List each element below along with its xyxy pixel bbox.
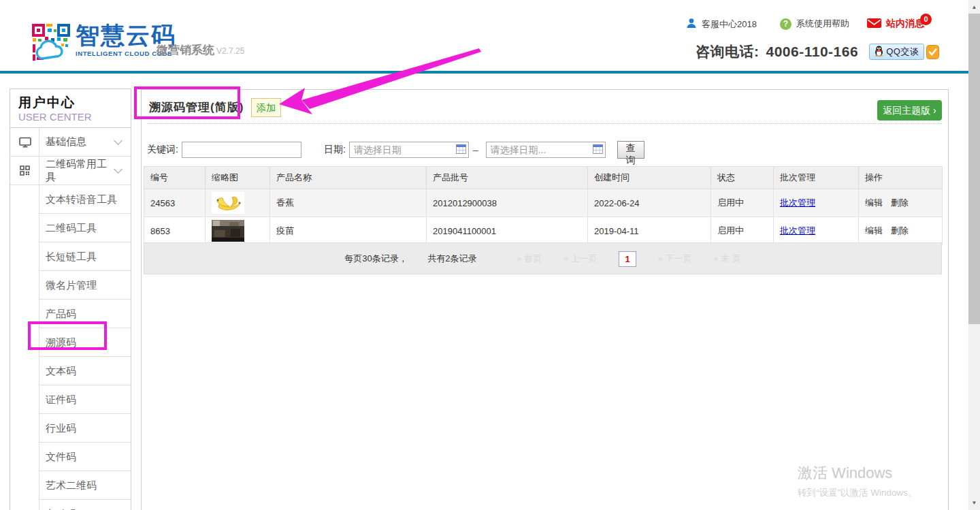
windows-activation-watermark: 激活 Windows 转到“设置”以激活 Windows。 bbox=[798, 463, 917, 499]
table-row: 8653 bbox=[144, 217, 943, 245]
keyword-label: 关键词: bbox=[147, 144, 178, 156]
scroll-down-icon[interactable]: ▼ bbox=[968, 497, 980, 509]
sidebar-title-en: USER CENTER bbox=[18, 110, 131, 123]
app-window: 智慧云码 INTELLIGENT CLOUD CODE 微营销系统 V2.7.2… bbox=[0, 0, 980, 510]
chevron-down-icon bbox=[114, 136, 122, 145]
edit-link[interactable]: 编辑 bbox=[865, 225, 883, 236]
delete-link[interactable]: 删除 bbox=[891, 225, 909, 236]
cell-id: 24563 bbox=[144, 189, 206, 217]
date-to-field bbox=[486, 142, 606, 158]
version-label: V2.7.25 bbox=[216, 46, 244, 56]
per-page-label: 每页30条记录， bbox=[344, 253, 407, 264]
col-header-status: 状态 bbox=[711, 167, 774, 189]
sidebar-item-micro-card[interactable]: 微名片管理 bbox=[39, 271, 131, 300]
sidebar-item-text-to-speech[interactable]: 文本转语音工具 bbox=[39, 185, 131, 214]
warehouse-photo bbox=[212, 220, 244, 242]
col-header-id: 编号 bbox=[144, 167, 206, 189]
sidebar-item-certificate-code[interactable]: 证件码 bbox=[39, 385, 131, 414]
header: 智慧云码 INTELLIGENT CLOUD CODE 微营销系统 V2.7.2… bbox=[0, 0, 968, 71]
sidebar: 用户中心 USER CENTER 基础信息 bbox=[10, 89, 131, 510]
sidebar-item-car-sticker-code[interactable]: 车贴码 bbox=[39, 500, 131, 510]
qq-chat-button[interactable]: QQ交谈 bbox=[869, 44, 924, 60]
sidebar-item-file-code[interactable]: 文件码 bbox=[39, 443, 131, 471]
sidebar-item-product-code[interactable]: 产品码 bbox=[39, 300, 131, 328]
batch-manage-link[interactable]: 批次管理 bbox=[780, 197, 815, 208]
sidebar-divider bbox=[39, 128, 39, 510]
phone-number: 4006-110-166 bbox=[766, 44, 859, 60]
scroll-up-icon[interactable]: ▲ bbox=[968, 1, 980, 13]
cell-thumbnail bbox=[206, 189, 270, 217]
shield-check-icon bbox=[926, 45, 939, 59]
search-button[interactable]: 查询 bbox=[617, 141, 644, 159]
trace-code-table: 编号 缩略图 产品名称 产品批号 创建时间 状态 批次管理 操作 24563 bbox=[144, 166, 943, 245]
qq-verified-button[interactable] bbox=[926, 45, 939, 59]
main-panel: 溯源码管理(简版) 添加 返回主题版 › 关键词: 日期: – bbox=[141, 89, 949, 510]
sidebar-group-label: 二维码常用工具 bbox=[39, 158, 115, 184]
site-messages-link[interactable]: 站内消息 bbox=[867, 18, 924, 30]
calendar-icon[interactable] bbox=[456, 144, 466, 156]
phone-label: 咨询电话: bbox=[696, 42, 760, 61]
col-header-created: 创建时间 bbox=[588, 167, 711, 189]
keyword-input[interactable] bbox=[182, 142, 301, 158]
current-page-number[interactable]: 1 bbox=[619, 251, 636, 267]
total-records-label: 共有2条记录 bbox=[427, 253, 476, 264]
filter-bar: 关键词: 日期: – bbox=[147, 140, 644, 159]
date-label: 日期: bbox=[324, 144, 346, 156]
cell-batch-no: 2019041100001 bbox=[427, 217, 588, 245]
system-help-link[interactable]: ? 系统使用帮助 bbox=[780, 18, 849, 30]
monitor-icon bbox=[10, 137, 39, 148]
date-to-input[interactable] bbox=[486, 142, 606, 158]
service-center-link[interactable]: 客服中心2018 bbox=[686, 18, 757, 31]
date-from-field bbox=[349, 142, 469, 158]
date-range-separator: – bbox=[473, 144, 478, 155]
scrollbar-thumb[interactable] bbox=[968, 14, 980, 324]
sidebar-item-art-qrcode[interactable]: 艺术二维码 bbox=[39, 471, 131, 500]
sidebar-title: 用户中心 USER CENTER bbox=[10, 89, 131, 128]
calendar-icon[interactable] bbox=[593, 144, 603, 156]
help-icon: ? bbox=[780, 18, 791, 30]
col-header-batch-manage: 批次管理 bbox=[774, 167, 859, 189]
sidebar-item-text-code[interactable]: 文本码 bbox=[39, 357, 131, 385]
cell-batch-no: 2012012900038 bbox=[427, 189, 588, 217]
banana-photo bbox=[212, 192, 244, 214]
phone-row: 咨询电话: 4006-110-166 bbox=[696, 42, 939, 61]
sidebar-item-basic-info[interactable]: 基础信息 bbox=[10, 128, 131, 157]
cell-created: 2022-06-24 bbox=[588, 189, 711, 217]
date-from-input[interactable] bbox=[349, 142, 469, 158]
pagination-bar: 每页30条记录， 共有2条记录 » 首页 » 上一页 1 » 下一页 » 末 页 bbox=[144, 242, 942, 274]
cell-product-name: 疫苗 bbox=[270, 217, 427, 245]
delete-link[interactable]: 删除 bbox=[891, 197, 909, 208]
brand-qrcode-cloud-icon bbox=[31, 23, 71, 65]
back-to-theme-button[interactable]: 返回主题版 › bbox=[877, 100, 942, 121]
sidebar-item-qrcode-tool[interactable]: 二维码工具 bbox=[39, 214, 131, 242]
cell-id: 8653 bbox=[144, 217, 206, 245]
chevron-down-icon bbox=[114, 165, 122, 174]
sidebar-item-industry-code[interactable]: 行业码 bbox=[39, 414, 131, 443]
col-header-thumbnail: 缩略图 bbox=[206, 167, 270, 189]
prev-page-link[interactable]: » 上一页 bbox=[564, 253, 598, 264]
add-button[interactable]: 添加 bbox=[251, 98, 281, 117]
service-center-label: 客服中心2018 bbox=[702, 18, 757, 31]
last-page-link[interactable]: » 末 页 bbox=[713, 253, 740, 264]
qq-chat-label: QQ交谈 bbox=[886, 46, 919, 58]
vertical-scrollbar: ▲ ▼ bbox=[968, 0, 980, 510]
sidebar-item-qrcode-tools[interactable]: 二维码常用工具 bbox=[10, 157, 131, 185]
first-page-link[interactable]: » 首页 bbox=[517, 253, 542, 264]
sidebar-item-trace-code[interactable]: 溯源码 bbox=[39, 328, 131, 357]
cell-status: 启用中 bbox=[711, 189, 774, 217]
watermark-line1: 激活 Windows bbox=[798, 463, 917, 483]
site-messages-label: 站内消息 bbox=[886, 18, 924, 30]
qq-penguin-icon bbox=[875, 46, 883, 59]
next-page-link[interactable]: » 下一页 bbox=[658, 253, 692, 264]
cell-status: 启用中 bbox=[711, 217, 774, 245]
edit-link[interactable]: 编辑 bbox=[865, 197, 883, 208]
col-header-actions: 操作 bbox=[859, 167, 943, 189]
page-title: 溯源码管理(简版) bbox=[149, 99, 244, 115]
batch-manage-link[interactable]: 批次管理 bbox=[780, 225, 815, 236]
table-row: 24563 香蕉 bbox=[144, 189, 943, 217]
system-help-label: 系统使用帮助 bbox=[796, 18, 849, 30]
sidebar-item-short-link[interactable]: 长短链工具 bbox=[39, 242, 131, 271]
table-header-row: 编号 缩略图 产品名称 产品批号 创建时间 状态 批次管理 操作 bbox=[144, 167, 943, 189]
sidebar-group-label: 基础信息 bbox=[39, 136, 115, 148]
messages-count-badge: 0 bbox=[920, 14, 932, 25]
